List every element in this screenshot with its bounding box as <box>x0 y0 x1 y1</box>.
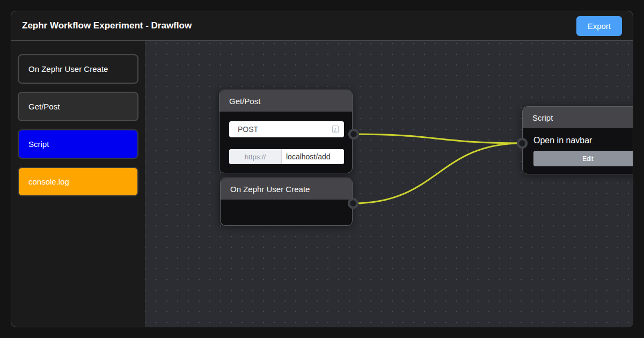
palette-item-get-post[interactable]: Get/Post <box>18 92 138 121</box>
page-title: Zephr Workflow Experiment - Drawflow <box>22 20 192 31</box>
node-script-header[interactable]: Script <box>523 107 633 128</box>
page-background: Zephr Workflow Experiment - Drawflow Exp… <box>0 0 644 338</box>
app-window: Zephr Workflow Experiment - Drawflow Exp… <box>11 11 633 327</box>
flow-canvas[interactable]: Get/Post POST ¿ https:// <box>145 41 633 327</box>
node-getpost-body: POST ¿ https:// <box>219 112 352 173</box>
node-title: Script <box>532 113 553 122</box>
palette-item-label: On Zephr User Create <box>28 64 108 74</box>
node-title: Get/Post <box>229 97 260 106</box>
select-caret-icon: ¿ <box>332 126 339 133</box>
url-prefix-label: https:// <box>229 149 282 164</box>
palette-item-label: Get/Post <box>28 102 60 111</box>
method-select[interactable]: POST ¿ <box>229 121 344 137</box>
node-script[interactable]: Script Open in navbar Edit <box>522 106 633 174</box>
script-node-text: Open in navbar <box>533 136 633 145</box>
palette-sidebar: On Zephr User Create Get/Post Script con… <box>11 41 145 327</box>
url-input-group: https:// <box>229 149 344 164</box>
main-area: On Zephr User Create Get/Post Script con… <box>11 41 633 327</box>
node-getpost[interactable]: Get/Post POST ¿ https:// <box>219 90 353 173</box>
url-input[interactable] <box>282 149 344 164</box>
node-script-body: Open in navbar Edit <box>523 128 633 174</box>
palette-item-label: console.log <box>28 177 69 186</box>
edit-button[interactable]: Edit <box>533 151 633 166</box>
node-on-zephr-user-create[interactable]: On Zephr User Create <box>220 178 353 226</box>
connection-getpost-to-script[interactable] <box>354 134 522 143</box>
node-title: On Zephr User Create <box>230 185 310 194</box>
node-getpost-header[interactable]: Get/Post <box>219 90 352 112</box>
app-header: Zephr Workflow Experiment - Drawflow Exp… <box>11 11 633 41</box>
export-button[interactable]: Export <box>576 16 622 36</box>
node-on-zephr-body <box>221 200 352 225</box>
connections-layer <box>145 41 633 326</box>
palette-item-script[interactable]: Script <box>18 129 138 159</box>
connection-onzephr-to-script[interactable] <box>353 143 522 203</box>
method-select-value: POST <box>238 125 258 134</box>
node-on-zephr-header[interactable]: On Zephr User Create <box>221 178 352 200</box>
palette-item-on-zephr-user-create[interactable]: On Zephr User Create <box>18 54 138 84</box>
palette-item-label: Script <box>28 139 49 149</box>
palette-item-console-log[interactable]: console.log <box>18 167 138 196</box>
